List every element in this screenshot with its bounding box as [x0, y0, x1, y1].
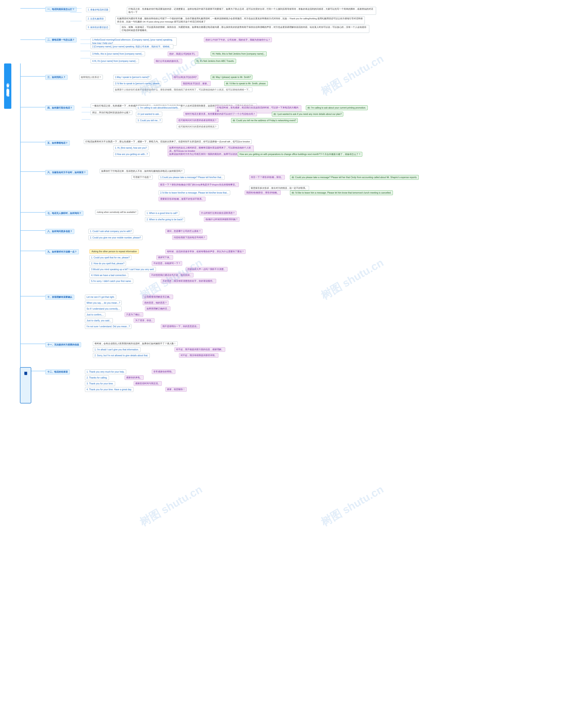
sec4-example1-text: 例: I'm calling to ask about your current…	[306, 105, 368, 110]
sec10-cn4-text: 只是为了确认...	[125, 312, 143, 317]
sec7-phrase2: 2. When is she/he going to be back?	[145, 217, 185, 222]
sec6-phrase2-text: 2.I'd like to leave him/her a message. P…	[159, 190, 230, 195]
sec1-detail2-text: 礼貌用语对沟通非常关键，能给你和你的公司留下一个很好的印象，当你尽量使用礼貌用语…	[115, 16, 365, 24]
sec4-phrase1-text: 1. I'm calling to ask about/discuss/clar…	[136, 105, 181, 110]
sec12-phrase3-text: 3. Thank you for your time.	[85, 381, 115, 386]
sec11-cn1: 对不起，我不能提供那方面的信息，感谢理解。	[175, 347, 225, 352]
sec6-phrase2: 2.I'd like to leave him/her a message. P…	[159, 190, 230, 195]
sec11-phrase1: 1. I'm afraid I can't give you that info…	[93, 347, 140, 352]
sec2-phrase3: 3.Hello, this is [your name] from [compa…	[90, 51, 145, 56]
sec2-cn3-text: 您好，我是[公司]的[名字]。	[168, 51, 198, 56]
sec10-title: 十、发现理解有误要确认	[45, 295, 74, 300]
sec2-phrase2: 2.[Company name], [your name] speaking. …	[90, 44, 173, 49]
sec4-phrase3-text: 3. Could you tell me...?	[136, 118, 162, 123]
sec5-cn2: 如果说如何跟对方作为公司相互拿到一项新的规划内，如果可以说说	[168, 152, 239, 156]
sec9-cn5-text: 不好意思，我没有听清楚您的名字，你好请说慢些。	[161, 279, 216, 283]
sec5-phrase2: 2.How are you getting on with...?	[113, 152, 150, 157]
sec12-phrase2-text: 2. Thanks for calling.	[85, 375, 109, 380]
sec10-phrase1: Let me see if I got that right.	[85, 295, 116, 300]
sec1-item2: 2. 注意礼貌用语	[86, 16, 105, 21]
sec6-tip1: 留意留言多次告诉，发出对方的情况，说一定不好联系。	[249, 186, 309, 190]
sec11-phrase2: 2. Sorry, but I'm not allowed to give de…	[93, 353, 150, 358]
sec9-phrase3: 3.Would you mind speaking up a bit? I ca…	[89, 267, 156, 272]
sec7-phrase2-text: 2. When is she/he going to be back?	[145, 217, 185, 222]
sec12-phrase2: 2. Thanks for calling.	[85, 375, 109, 380]
sec4-label: 四、如何拨打陌生电话？	[45, 105, 74, 110]
main-title-text: 干货分享：教你如何给外贸客户打电话	[4, 63, 11, 109]
sec6-tip2: 需要留言告诉他/她，放置不好告诉不联系。	[159, 197, 206, 201]
sec3-cn1: 我可以和[名字]说话吗?	[172, 75, 198, 80]
sec4-tip: 也可能询问对方的需求或者说明情况？	[177, 125, 218, 129]
sec4-title: 四、如何拨打陌生电话？	[45, 105, 74, 110]
sec10-phrase6: I'm not sure I understand. Did you mean.…	[85, 324, 131, 329]
sec5-example2-text: How are you getting on with preparations…	[238, 152, 362, 157]
sec6-intro-text: 如果你打了打电话过来，告诉您的人不在，如何有礼貌地告诉电话人如何留言吗？	[100, 169, 184, 173]
sec11-cn2-text: 对不起，我没有权限提供那些详情。	[179, 353, 218, 358]
sec12-phrase4: 4. Thank you for your time. Have a great…	[85, 387, 133, 392]
sec10-phrase3-text: So if I understand you correctly,...	[85, 307, 122, 311]
connecting-lines-svg	[0, 0, 580, 408]
sec6-cn1b-text: 留言一下？请告诉他/她会计部门的Cindy来电是关于Shapiro先生的报销事宜…	[159, 182, 239, 187]
watermark-5: 树图 shutu.cn	[137, 482, 205, 530]
sec9-cn1-text: 请拼写下来。	[156, 255, 173, 260]
sec3-cn2: 我想和[名字]说话，谢谢。	[181, 81, 211, 86]
sec6-example1-text: 例: Could you please take a message? Plea…	[290, 175, 419, 180]
sec12-phrase1-text: 1. Thank you very much for your help.	[85, 369, 126, 374]
sec2-phrase4-container: 4.Hi, It's [your name] from [company nam…	[90, 59, 139, 63]
sec12-cn3-text: 感谢您花时间与我交流。	[134, 381, 162, 386]
sec7-cn2-text: 他/她什么时候回来能联系到她？	[204, 217, 239, 222]
sec2-example4: Hi, It's Neil Jenkins from ABC Travels.	[195, 59, 236, 63]
sec5-phrase1: 1. Hi, [first name], how are you?	[113, 146, 149, 150]
sec12-title: 十二、电话的结束语	[45, 369, 70, 374]
sec2-cn4: 我们公司名称的接待员。	[154, 59, 182, 63]
sec5-label: 五、如何寒暄电话？	[45, 140, 70, 146]
sec9-title: 九、如何请求对方说慢一点？	[45, 249, 79, 254]
sec4-intro2-text: 所以，拜访打电话时应该说些什么呢？	[90, 110, 132, 115]
sec11-phrase1-text: 1. I'm afraid I can't give you that info…	[93, 347, 140, 352]
sec9-phrase5: 5.I'm sorry. I didn't catch your first n…	[89, 279, 133, 284]
sec10-phrase1-text: Let me see if I got that right.	[85, 295, 116, 300]
sec1-item3: 3. 保持良好通话姿态	[86, 25, 110, 30]
sec6-cn1-text: 传言一下？请告诉他/她，留信。	[249, 175, 285, 180]
skills-title: 销售下面这些话术	[20, 367, 31, 404]
sec6-cn2: 我想给他/她留信，请告诉他/她。	[245, 190, 281, 195]
sec12-cn1: 非常感谢你的帮助。	[152, 369, 175, 374]
sec8-phrase1-text: 1. Could I ask what company you're with?	[88, 229, 133, 234]
sec11-intro-text: 有时候，会有企业陌生人联系我问相关信息时，如果你们如何婉拒不了？请人数！	[93, 341, 178, 346]
sec10-cn2-text: 您的意思，他的意思？	[143, 301, 168, 305]
sec4-phrase3: 3. Could you tell me...?	[136, 118, 162, 123]
sec8-phrase1: 1. Could I ask what company you're with?	[88, 229, 133, 234]
sec7-asking: Asking when somebody will be available?	[95, 210, 138, 214]
sec9-cn-asking-text: 有时候，说话的语速非常快，或者有嘈杂的声音，所以为什么需要到了重说？	[165, 249, 245, 254]
sec4-example3-text: 例: Could you tell me the address of Frid…	[231, 118, 298, 123]
sec12-cn4: 谢谢，祝您愉快！	[165, 387, 187, 392]
sec10-phrase6-text: I'm not sure I understand. Did you mean.…	[85, 324, 131, 329]
sec6-cn1b: 留言一下？请告诉他/她会计部门的Cindy来电是关于Shapiro先生的报销事宜…	[159, 182, 239, 187]
sec4-intro2: 所以，拜访打电话时应该说些什么呢？	[90, 110, 132, 115]
sec10-cn1-text: 让我看看我理解是否正确。	[143, 295, 173, 299]
sec9-cn-asking: 有时候，说话的语速非常快，或者有嘈杂的声音，所以为什么需要到了重说？	[165, 249, 245, 254]
sec11-phrase2-text: 2. Sorry, but I'm not allowed to give de…	[93, 353, 150, 358]
sec10-phrase3: So if I understand you correctly,...	[85, 307, 122, 311]
sec9-asking-box: Asking the other person to repeat inform…	[89, 249, 139, 254]
sec4-phrase1: 1. I'm calling to ask about/discuss/clar…	[136, 105, 181, 110]
sec2-label: 二、接电话第一句怎么说？	[45, 37, 77, 43]
sec9-cn4: 不好想想我们通话信号不好，我先挂掉。	[150, 273, 193, 278]
sec8-phrase2-text: 2. Could you give me your mobile number,…	[88, 235, 142, 240]
sec4-cn3: 也可能询问对方的需求或者说明情况？	[177, 118, 218, 123]
sec11-label: 十一、无法提供对方想要的信息	[45, 342, 81, 347]
sec1-item3-label: 3. 保持良好通话姿态	[86, 25, 110, 30]
sec5-intro-text: 打电话如果和对方不太熟悉一下，那么先感谢一下，感谢一下，寒暄几句。话说的太简单了…	[84, 139, 252, 144]
sec12-cn1-text: 非常感谢你的帮助。	[152, 369, 175, 374]
sec8-cn1: 请问，您是哪个公司的艺么朋友？	[165, 229, 203, 233]
sec5-phrase1-text: 1. Hi, [first name], how are you?	[113, 146, 149, 150]
skills-section: 销售下面这些话术	[20, 367, 31, 404]
sec4-example1: 例: I'm calling to ask about your current…	[306, 105, 368, 110]
sec5-intro: 打电话如果和对方不太熟悉一下，那么先感谢一下，感谢一下，寒暄几句。话说的太简单了…	[84, 139, 252, 144]
sec9-cn4-text: 不好想想我们通话信号不好，我先挂掉。	[150, 273, 193, 278]
sec6-label: 六、当被告知对方不在时，如何留言？	[45, 170, 88, 175]
sec10-phrase2-text: When you say..., do you mean...?	[85, 301, 122, 305]
sec6-ask: 可否留下个信息？	[131, 175, 153, 180]
sec2-phrase3-container: 3.Hello, this is [your name] from [compa…	[90, 51, 145, 56]
sec12-cn4-text: 谢谢，祝您愉快！	[165, 387, 187, 392]
